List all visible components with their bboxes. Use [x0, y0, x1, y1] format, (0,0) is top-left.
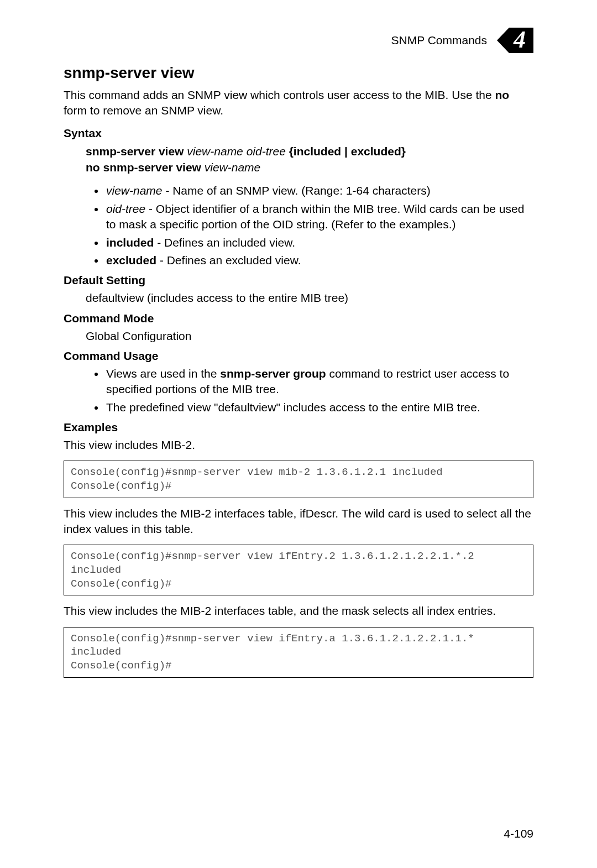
page-number: 4-109	[504, 827, 533, 840]
syntax-no-cmd: no snmp-server view	[86, 161, 205, 174]
param-desc: - Defines an included view.	[154, 236, 295, 249]
example-1-code: Console(config)#snmp-server view mib-2 1…	[64, 461, 533, 498]
syntax-cmd: snmp-server view	[86, 145, 187, 158]
usage-cmd-ref: snmp-server group	[220, 367, 326, 380]
usage-text-pre: Views are used in the	[106, 367, 220, 380]
chapter-number-badge: 4	[497, 28, 533, 53]
examples-heading: Examples	[64, 421, 533, 434]
syntax-params-list: view-name - Name of an SNMP view. (Range…	[105, 183, 533, 268]
param-oid-tree: oid-tree - Object identifier of a branch…	[105, 201, 533, 233]
syntax-no-arg: view-name	[205, 161, 261, 174]
param-name: excluded	[106, 254, 156, 266]
example-1-intro: This view includes MIB-2.	[64, 437, 533, 453]
example-3-intro: This view includes the MIB-2 interfaces …	[64, 603, 533, 619]
command-mode-text: Global Configuration	[86, 328, 533, 344]
param-name: view-name	[106, 184, 163, 197]
intro-text-1: This command adds an SNMP view which con…	[64, 88, 495, 101]
intro-text-2: form to remove an SNMP view.	[64, 104, 223, 117]
syntax-args: view-name oid-tree	[187, 145, 289, 158]
command-usage-heading: Command Usage	[64, 349, 533, 363]
param-name: included	[106, 236, 154, 249]
param-desc: - Object identifier of a branch within t…	[106, 202, 524, 231]
usage-item-2: The predefined view "defaultview" includ…	[105, 400, 533, 415]
page-header: SNMP Commands 4	[64, 28, 533, 53]
param-excluded: excluded - Defines an excluded view.	[105, 253, 533, 268]
syntax-line-1: snmp-server view view-name oid-tree {inc…	[86, 143, 533, 159]
command-mode-heading: Command Mode	[64, 312, 533, 325]
example-2-code: Console(config)#snmp-server view ifEntry…	[64, 545, 533, 595]
header-section-title: SNMP Commands	[391, 34, 488, 47]
example-2-intro: This view includes the MIB-2 interfaces …	[64, 506, 533, 537]
syntax-options: {included | excluded}	[289, 145, 406, 158]
param-name: oid-tree	[106, 202, 145, 215]
default-setting-heading: Default Setting	[64, 274, 533, 287]
command-title: snmp-server view	[64, 64, 533, 82]
command-usage-list: Views are used in the snmp-server group …	[105, 366, 533, 415]
syntax-heading: Syntax	[64, 127, 533, 140]
syntax-line-2: no snmp-server view view-name	[86, 159, 533, 175]
example-3-code: Console(config)#snmp-server view ifEntry…	[64, 627, 533, 678]
param-included: included - Defines an included view.	[105, 235, 533, 250]
intro-no-keyword: no	[495, 88, 509, 101]
param-desc: - Name of an SNMP view. (Range: 1-64 cha…	[163, 184, 431, 197]
usage-item-1: Views are used in the snmp-server group …	[105, 366, 533, 398]
intro-paragraph: This command adds an SNMP view which con…	[64, 87, 533, 119]
param-view-name: view-name - Name of an SNMP view. (Range…	[105, 183, 533, 198]
default-setting-text: defaultview (includes access to the enti…	[86, 290, 533, 306]
param-desc: - Defines an excluded view.	[156, 254, 301, 266]
